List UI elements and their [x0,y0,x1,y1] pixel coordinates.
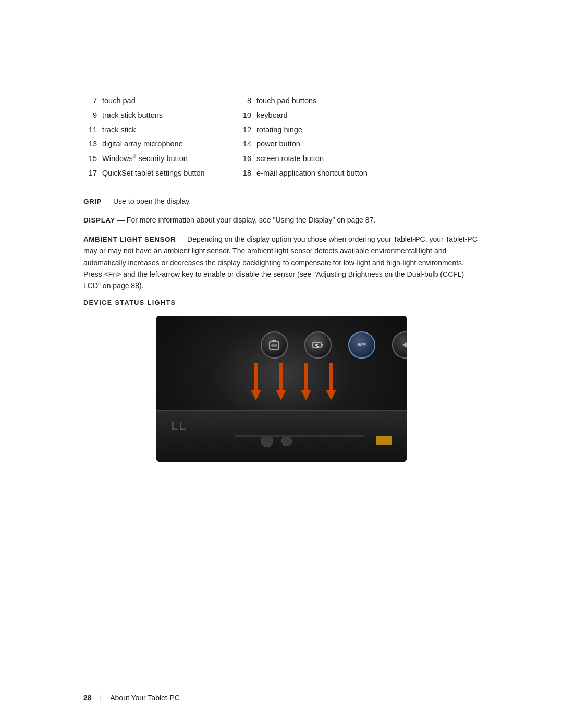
feature-label-right: screen rotate button [256,152,480,166]
feature-row: 13digital array microphone14power button [83,137,480,152]
page-content: 7touch pad8touch pad buttons9track stick… [0,0,563,728]
feature-num-left: 13 [83,137,102,152]
display-description: DISPLAY — For more information about you… [83,214,480,226]
arrow-3 [300,363,312,404]
feature-num-right: 16 [238,152,256,166]
feature-num-left: 11 [83,123,102,138]
feature-num-left: 7 [83,94,102,108]
svg-marker-11 [276,390,286,400]
display-dash: — [115,216,127,224]
feature-num-left: 17 [83,166,102,181]
dell-logo: LL [171,419,187,433]
ambient-dash: — [176,235,187,243]
display-text: For more information about your display,… [127,216,375,224]
feature-num-left: 9 [83,108,102,123]
ambient-description: AMBIENT LIGHT SENSOR — Depending on the … [83,233,480,292]
feature-num-right: 10 [238,108,256,123]
grip-text: Use to open the display. [113,197,191,205]
footer-text: About Your Tablet-PC [110,694,180,702]
device-body: LL [156,410,407,462]
feature-num-left: 15 [83,152,102,166]
feature-num-right: 12 [238,123,256,138]
feature-label-right: rotating hinge [256,123,480,138]
display-term: DISPLAY [83,216,115,224]
feature-label-left: Windows® security button [102,152,238,166]
arrow-1 [250,363,262,404]
feature-row: 11track stick12rotating hinge [83,123,480,138]
feature-row: 17QuickSet tablet settings button18e-mai… [83,166,480,181]
feature-row: 9track stick buttons10keyboard [83,108,480,123]
ambient-term: AMBIENT LIGHT SENSOR [83,236,176,243]
feature-label-left: track stick buttons [102,108,238,123]
page-number: 28 [83,694,92,702]
feature-label-right: e-mail application shortcut button [256,166,480,181]
feature-num-right: 18 [238,166,256,181]
bluetooth-symbol: ✦ [401,339,407,351]
device-status-heading: DEVICE STATUS LIGHTS [83,299,480,306]
svg-marker-13 [301,390,311,400]
device-button-2 [282,436,292,446]
svg-marker-9 [251,390,261,400]
grip-term: GRIP [83,198,102,205]
feature-label-left: track stick [102,123,238,138]
grip-description: GRIP — Use to open the display. [83,195,480,207]
svg-point-4 [275,344,277,347]
footer-separator: | [100,694,102,702]
wifi-label: WiFi [358,342,366,347]
charge-status-icon [304,331,332,359]
drive-status-icon [261,331,288,359]
svg-rect-6 [321,344,323,346]
page-footer: 28 | About Your Tablet-PC [83,694,480,702]
svg-point-3 [273,344,275,347]
usb-port [376,436,392,445]
device-image: WiFi ✦ [156,316,407,462]
feature-label-right: keyboard [256,108,480,123]
bluetooth-status-icon: ✦ [392,331,407,359]
feature-num-right: 14 [238,137,256,152]
feature-row: 7touch pad8touch pad buttons [83,94,480,108]
feature-row: 15Windows® security button16screen rotat… [83,152,480,166]
svg-point-2 [271,344,273,347]
arrow-4 [325,363,337,404]
svg-rect-1 [272,340,276,342]
feature-label-right: power button [256,137,480,152]
feature-label-right: touch pad buttons [256,94,480,108]
feature-table: 7touch pad8touch pad buttons9track stick… [83,94,480,181]
svg-marker-15 [326,390,336,400]
arrow-2 [275,363,287,404]
wifi-status-icon: WiFi [348,331,375,359]
feature-num-right: 8 [238,94,256,108]
feature-label-left: QuickSet tablet settings button [102,166,238,181]
feature-label-left: digital array microphone [102,137,238,152]
arrows-container [250,363,337,404]
feature-label-left: touch pad [102,94,238,108]
status-icons-row: WiFi ✦ [261,331,407,359]
indicator-strip [235,435,365,437]
grip-dash: — [102,197,113,205]
